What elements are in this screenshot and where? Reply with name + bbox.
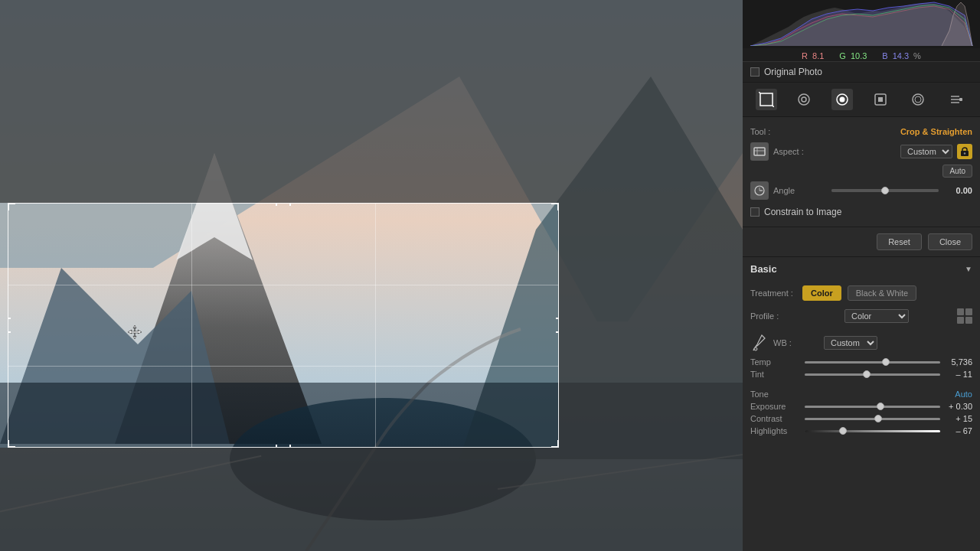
- svg-point-11: [799, 94, 809, 105]
- crop-handle-tl[interactable]: [8, 203, 15, 210]
- wb-dropdown[interactable]: Custom Auto Daylight Cloudy: [824, 336, 877, 350]
- svg-point-14: [840, 97, 845, 103]
- crop-grid: [8, 204, 558, 447]
- crop-panel: Tool : Crop & Straighten Aspect : Custom: [743, 117, 980, 227]
- tone-label: Tone: [750, 390, 769, 399]
- aspect-label: Aspect :: [773, 147, 819, 156]
- aspect-dropdown[interactable]: Custom 1:1 4:3 16:9: [900, 145, 952, 158]
- outside-crop-bottom: [0, 448, 559, 551]
- crop-handle-bottom[interactable]: [276, 445, 291, 448]
- tint-slider[interactable]: [805, 373, 940, 376]
- radial-button[interactable]: [907, 89, 929, 110]
- grid-h2: [8, 366, 558, 367]
- r-label: R: [802, 51, 808, 60]
- b-label: B: [882, 51, 887, 60]
- basic-panel-header[interactable]: Basic ▼: [743, 257, 980, 281]
- angle-slider-area: 0.00: [825, 186, 972, 195]
- temp-label: Temp: [750, 357, 800, 367]
- aspect-right: Custom 1:1 4:3 16:9: [900, 144, 972, 159]
- crop-box[interactable]: [8, 203, 559, 448]
- tone-auto-button[interactable]: Auto: [955, 390, 972, 399]
- wb-header-row: WB : Custom Auto Daylight Cloudy: [750, 331, 972, 354]
- tool-label: Tool :: [750, 127, 796, 136]
- crop-handle-right[interactable]: [556, 318, 559, 333]
- profile-grid-icon[interactable]: [957, 308, 972, 324]
- reset-button[interactable]: Reset: [877, 233, 922, 250]
- treatment-label: Treatment :: [750, 289, 796, 298]
- profile-dropdown[interactable]: Color Flat Landscape: [844, 309, 909, 323]
- svg-point-32: [754, 347, 757, 350]
- highlights-slider[interactable]: [805, 430, 940, 432]
- treatment-row: Treatment : Color Black & White: [743, 281, 980, 305]
- crop-handle-bl[interactable]: [8, 440, 15, 448]
- svg-line-10: [773, 106, 774, 107]
- grid-v1: [191, 204, 192, 447]
- percent-symbol: %: [913, 51, 921, 60]
- g-value: 10.3: [851, 51, 867, 60]
- highlights-label: Highlights: [750, 426, 800, 435]
- angle-slider[interactable]: [831, 189, 939, 192]
- tool-value: Crop & Straighten: [900, 127, 972, 136]
- svg-rect-23: [754, 148, 765, 155]
- grid-v2: [375, 204, 376, 447]
- angle-left: Angle: [750, 181, 819, 200]
- angle-value: 0.00: [945, 186, 972, 195]
- contrast-label: Contrast: [750, 414, 800, 423]
- adjustment-button[interactable]: [946, 89, 967, 110]
- constrain-row: Constrain to Image: [750, 204, 972, 220]
- masking-button[interactable]: [870, 89, 891, 110]
- angle-icon: [750, 181, 769, 200]
- histogram-area: R 8.1 G 10.3 B 14.3 %: [743, 0, 980, 61]
- auto-row: Auto: [750, 165, 972, 178]
- eyedropper-icon[interactable]: [750, 331, 769, 354]
- exposure-value: + 0.30: [945, 402, 972, 411]
- crop-handle-br[interactable]: [551, 440, 559, 448]
- tone-section: Tone Auto Exposure + 0.30 Contrast + 15 …: [743, 386, 980, 442]
- svg-point-17: [913, 94, 923, 105]
- g-label: G: [839, 51, 846, 60]
- basic-chevron-icon: ▼: [965, 265, 972, 273]
- auto-button[interactable]: Auto: [942, 165, 972, 178]
- color-treatment-button[interactable]: Color: [802, 285, 841, 301]
- contrast-slider[interactable]: [805, 418, 940, 420]
- crop-handle-top[interactable]: [276, 203, 291, 206]
- original-photo-row: Original Photo: [743, 61, 980, 82]
- svg-line-9: [759, 92, 760, 93]
- tint-row: Tint – 11: [750, 370, 972, 379]
- red-eye-button[interactable]: [831, 89, 853, 110]
- contrast-value: + 15: [945, 414, 972, 423]
- temp-row: Temp 5,736: [750, 357, 972, 367]
- constrain-checkbox[interactable]: [750, 207, 760, 217]
- wb-section: WB : Custom Auto Daylight Cloudy Temp 5,…: [743, 327, 980, 386]
- action-buttons: Reset Close: [743, 227, 980, 257]
- svg-point-27: [964, 152, 965, 154]
- original-photo-label: Original Photo: [764, 67, 822, 77]
- outside-crop-top: [0, 0, 743, 203]
- exposure-slider[interactable]: [805, 406, 940, 408]
- svg-rect-22: [959, 98, 962, 101]
- exposure-row: Exposure + 0.30: [750, 402, 972, 411]
- photo-area: [0, 0, 743, 551]
- aspect-icon: [750, 142, 769, 161]
- b-value: 14.3: [893, 51, 909, 60]
- wb-label: WB :: [773, 338, 819, 347]
- temp-slider[interactable]: [805, 361, 940, 364]
- svg-rect-16: [878, 97, 883, 102]
- spot-removal-button[interactable]: [793, 89, 815, 110]
- svg-rect-8: [760, 93, 773, 106]
- right-panel: R 8.1 G 10.3 B 14.3 % Original Photo: [743, 0, 980, 551]
- close-button[interactable]: Close: [928, 233, 972, 250]
- crop-tool-button[interactable]: [756, 89, 777, 110]
- tint-label: Tint: [750, 370, 800, 379]
- bw-treatment-button[interactable]: Black & White: [848, 285, 916, 301]
- lock-icon[interactable]: [957, 144, 972, 159]
- original-photo-checkbox[interactable]: [750, 67, 760, 77]
- crop-handle-tr[interactable]: [551, 203, 559, 210]
- svg-point-12: [802, 97, 806, 102]
- rgb-values-row: R 8.1 G 10.3 B 14.3 %: [743, 48, 980, 61]
- crop-handle-left[interactable]: [8, 318, 11, 333]
- constrain-label: Constrain to Image: [764, 207, 841, 217]
- aspect-row: Aspect : Custom 1:1 4:3 16:9: [750, 142, 972, 161]
- profile-row: Profile : Color Flat Landscape: [743, 305, 980, 327]
- svg-point-18: [915, 96, 921, 103]
